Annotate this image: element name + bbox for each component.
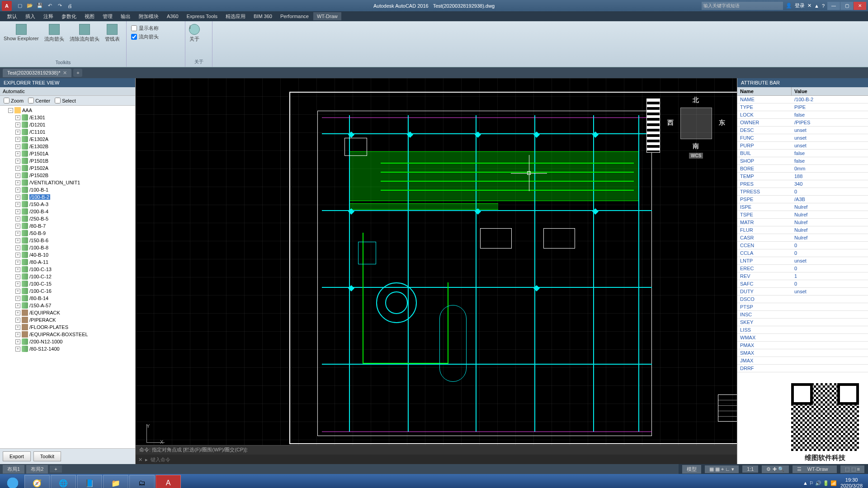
attribute-row[interactable]: NAME/100-B-2 (737, 96, 868, 103)
attribute-row[interactable]: PSPE/A3B (737, 196, 868, 203)
ribbon-tab[interactable]: 附加模块 (135, 12, 162, 21)
tree-node[interactable]: +/EQUIPRACK (0, 309, 135, 316)
qat-new-icon[interactable]: ▢ (15, 1, 24, 10)
tree-node[interactable]: +/80-B-7 (0, 222, 135, 230)
tree-node[interactable]: +/P1502A (0, 164, 135, 172)
explorer-tree[interactable]: −AAA +/E1301+/D1201+/C1101+/E1302A+/E130… (0, 106, 135, 448)
attribute-row[interactable]: WMAX (737, 334, 868, 342)
ribbon-tab[interactable]: 管理 (99, 12, 116, 21)
tree-node[interactable]: +/PIPERACK (0, 316, 135, 324)
attribute-row[interactable]: SKEY (737, 319, 868, 326)
status-gear-icon[interactable]: ⚙ ✚ 🔍 (762, 465, 788, 473)
add-tab-button[interactable]: + (73, 69, 82, 77)
qat-redo-icon[interactable]: ↷ (55, 1, 64, 10)
clock[interactable]: 19:302020/3/28 (840, 477, 863, 488)
ribbon-checkbox[interactable]: 显示名称 (131, 25, 180, 32)
tree-node[interactable]: +/100-B-2 (0, 193, 135, 201)
attribute-row[interactable]: PTSP (737, 303, 868, 311)
exchange-icon[interactable]: ✕ (807, 3, 811, 9)
maximize-button[interactable]: ▢ (840, 2, 853, 10)
attribute-row[interactable]: BUILfalse (737, 150, 868, 157)
start-button[interactable] (2, 475, 24, 488)
taskbar-explorer[interactable]: 📁 (103, 475, 128, 488)
tree-node[interactable]: +/150-A-57 (0, 302, 135, 309)
ribbon-tab[interactable]: 注释 (40, 12, 57, 21)
explorer-option[interactable]: Center (28, 98, 50, 103)
attribute-row[interactable]: SAFC0 (737, 280, 868, 288)
tree-node[interactable]: +/200-N12-1000 (0, 338, 135, 345)
taskbar-app[interactable]: 🗂 (129, 475, 155, 488)
tree-node[interactable]: +/100-C-13 (0, 266, 135, 273)
taskbar-autocad[interactable]: A (156, 475, 181, 488)
tree-node[interactable]: +/150-A-3 (0, 201, 135, 208)
qat-undo-icon[interactable]: ↶ (45, 1, 54, 10)
close-button[interactable]: ✕ (854, 2, 866, 10)
attribute-row[interactable]: REV1 (737, 272, 868, 280)
taskbar-app[interactable]: 📘 (77, 475, 102, 488)
ribbon-tab[interactable]: 视图 (81, 12, 98, 21)
ribbon-tab[interactable]: 输出 (117, 12, 134, 21)
tree-node[interactable]: +/80-B-14 (0, 295, 135, 302)
tree-node[interactable]: +/40-B-10 (0, 251, 135, 258)
ribbon-tab[interactable]: 精选应用 (222, 12, 249, 21)
attribute-row[interactable]: PRES340 (737, 180, 868, 188)
layout-tab[interactable]: 布局2 (26, 465, 48, 474)
ribbon-tab[interactable]: BIM 360 (250, 12, 276, 20)
command-input[interactable] (151, 457, 734, 462)
attribute-row[interactable]: CCEN0 (737, 242, 868, 249)
attribute-row[interactable]: LNTPunset (737, 257, 868, 265)
login-link[interactable]: 登录 (795, 2, 805, 9)
drawing-canvas[interactable]: 北 南 西 东 WCS YX 命令: 指定对角点或 [栏选(F)/圈围(WP)/… (136, 78, 737, 464)
tree-node[interactable]: +/200-B-4 (0, 208, 135, 215)
attribute-row[interactable]: OWNER/PIPES (737, 119, 868, 127)
explorer-mode[interactable]: Automatic (0, 87, 135, 96)
tree-node[interactable]: +/E1302B (0, 143, 135, 150)
attribute-row[interactable]: BORE0mm (737, 165, 868, 173)
tree-node[interactable]: +/80-S12-1400 (0, 345, 135, 352)
taskbar-app[interactable]: 🧭 (24, 475, 50, 488)
tree-node[interactable]: +/P1501B (0, 157, 135, 164)
ribbon-tab[interactable]: A360 (163, 12, 182, 20)
attribute-row[interactable]: INSC (737, 311, 868, 319)
status-icons[interactable]: ⬚ ⬚ ≡ (840, 465, 864, 473)
ribbon-tab[interactable]: 默认 (4, 12, 21, 21)
minimize-button[interactable]: — (827, 2, 840, 10)
attribute-row[interactable]: DUTYunset (737, 288, 868, 296)
ribbon-tab[interactable]: WT-Draw (313, 12, 341, 20)
tree-node[interactable]: +/100-B-8 (0, 244, 135, 251)
attribute-row[interactable]: ISPENulref (737, 203, 868, 211)
tree-node[interactable]: +/VENTILATION_UNIT1 (0, 179, 135, 186)
user-icon[interactable]: 👤 (786, 3, 792, 9)
taskbar-chrome[interactable]: 🌐 (51, 475, 76, 488)
attribute-row[interactable]: FUNCunset (737, 134, 868, 142)
ribbon-checkbox[interactable]: 流向箭头 (131, 33, 180, 40)
attribute-row[interactable]: MATRNulref (737, 219, 868, 226)
status-workspace[interactable]: ☰ WT-Draw (793, 465, 837, 473)
qat-save-icon[interactable]: 💾 (35, 1, 44, 10)
about-button[interactable]: i关于 (188, 23, 201, 43)
tray-icon[interactable]: ▲ ⚐ 🔊 🔋 📶 (803, 480, 837, 486)
tree-node[interactable]: +/80-A-11 (0, 258, 135, 266)
document-tab[interactable]: Test(20200328192938)*✕ (3, 69, 71, 77)
view-cube[interactable]: 北 南 西 东 WCS (669, 96, 723, 150)
attribute-row[interactable]: TYPEPIPE (737, 103, 868, 111)
attribute-row[interactable]: EREC0 (737, 265, 868, 272)
tree-node[interactable]: +/100-C-16 (0, 287, 135, 295)
layout-tab[interactable]: 布局1 (3, 465, 24, 474)
attribute-row[interactable]: DSCO (737, 296, 868, 303)
app-icon[interactable]: A (2, 1, 12, 11)
attribute-row[interactable]: FLURNulref (737, 226, 868, 234)
tree-node[interactable]: +/50-B-9 (0, 230, 135, 237)
tree-node[interactable]: +/100-B-1 (0, 186, 135, 193)
attribute-row[interactable]: LISS (737, 326, 868, 334)
tree-node[interactable]: +/D1201 (0, 121, 135, 128)
attribute-row[interactable]: PMAX (737, 342, 868, 349)
attribute-row[interactable]: LOCKfalse (737, 111, 868, 119)
attribute-row[interactable]: CASRNulref (737, 234, 868, 242)
attribute-row[interactable]: SMAX (737, 349, 868, 357)
add-layout-button[interactable]: + (50, 465, 61, 473)
tree-node[interactable]: +/150-B-6 (0, 237, 135, 244)
tree-node[interactable]: +/100-C-15 (0, 280, 135, 287)
explorer-option[interactable]: Zoom (4, 98, 24, 103)
tree-node[interactable]: +/E1301 (0, 114, 135, 121)
